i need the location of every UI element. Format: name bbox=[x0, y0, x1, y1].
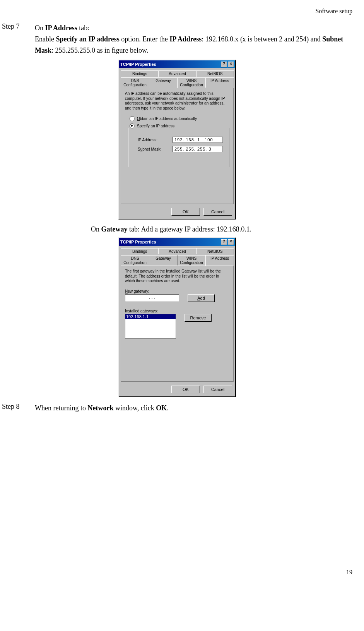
ok-button[interactable]: OK bbox=[171, 208, 200, 216]
tcpip-dialog-gateway: TCP/IP Properties ? × Bindings Advanced … bbox=[118, 237, 236, 397]
tcpip-dialog-ip: TCP/IP Properties ? × Bindings Advanced … bbox=[118, 60, 236, 219]
step-label: Step 7 bbox=[2, 22, 35, 56]
tab-bindings[interactable]: Bindings bbox=[121, 248, 159, 254]
help-text: The first gateway in the Installed Gatew… bbox=[125, 269, 229, 284]
text: : 255.255.255.0 as in figure below. bbox=[51, 46, 148, 54]
installed-row: 192.168.1.1 Remove bbox=[125, 314, 229, 339]
list-item[interactable]: 192.168.1.1 bbox=[125, 314, 176, 319]
text: option. Enter the bbox=[120, 35, 169, 43]
text: tab: bbox=[77, 24, 90, 32]
new-gateway-row: . . . Add bbox=[125, 294, 229, 302]
tabs-back-row: Bindings Advanced NetBIOS bbox=[121, 247, 234, 254]
tab-dns[interactable]: DNS Configuration bbox=[121, 77, 149, 88]
page-number: 19 bbox=[2, 569, 352, 576]
ip-address-label: IP Address: bbox=[138, 138, 173, 142]
text-bold: Gateway bbox=[101, 225, 128, 233]
step-label: Step 8 bbox=[2, 403, 35, 414]
help-text: An IP address can be automatically assig… bbox=[125, 91, 229, 111]
text-bold: IP Address bbox=[169, 35, 202, 43]
ip-address-row: IP Address: 192. 168. 1 . 100 bbox=[138, 137, 225, 143]
new-gateway-input[interactable]: . . . bbox=[125, 294, 179, 302]
text-bold: OK bbox=[156, 404, 167, 412]
tab-advanced[interactable]: Advanced bbox=[158, 70, 196, 77]
tab-ipaddress[interactable]: IP Address bbox=[205, 77, 234, 88]
tab-ipaddress[interactable]: IP Address bbox=[205, 255, 234, 266]
subnet-label: Subnet Mask: bbox=[138, 147, 173, 151]
dialog-buttons: OK Cancel bbox=[119, 206, 235, 219]
text: On bbox=[91, 225, 101, 233]
tab-netbios[interactable]: NetBIOS bbox=[196, 248, 234, 254]
text: When returning to bbox=[35, 404, 87, 412]
text: tab: Add a gateway IP address: 192.168.0… bbox=[127, 225, 251, 233]
subnet-row: Subnet Mask: 255. 255. 255. 0 bbox=[138, 146, 225, 152]
tabs-front-row: DNS Configuration Gateway WINS Configura… bbox=[121, 77, 234, 88]
text-bold: IP Address bbox=[45, 24, 77, 32]
help-icon[interactable]: ? bbox=[221, 239, 227, 245]
tab-gateway[interactable]: Gateway bbox=[149, 77, 178, 88]
new-gateway-label: New gateway: bbox=[125, 289, 229, 293]
step-body: On IP Address tab: Enable Specify an IP … bbox=[35, 22, 352, 56]
text-bold: Specify an IP address bbox=[56, 35, 119, 43]
tab-advanced[interactable]: Advanced bbox=[158, 248, 196, 254]
text: : 192.168.0.x (x is between 2 and 254) a… bbox=[202, 35, 322, 43]
tabs-front-row: DNS Configuration Gateway WINS Configura… bbox=[121, 255, 234, 266]
dialog-buttons: OK Cancel bbox=[119, 383, 235, 396]
subnet-input[interactable]: 255. 255. 255. 0 bbox=[173, 146, 223, 152]
dialog-title: TCP/IP Properties bbox=[120, 62, 156, 67]
dialog-title: TCP/IP Properties bbox=[120, 240, 156, 244]
remove-button[interactable]: Remove bbox=[185, 314, 212, 322]
titlebar[interactable]: TCP/IP Properties ? × bbox=[119, 60, 235, 68]
text-bold: Network bbox=[87, 404, 113, 412]
step-7: Step 7 On IP Address tab: Enable Specify… bbox=[2, 22, 352, 56]
tab-gateway[interactable]: Gateway bbox=[149, 255, 178, 266]
step-body: When returning to Network window, click … bbox=[35, 403, 352, 414]
radio-label: Obtain an IP address automatically bbox=[137, 117, 197, 121]
installed-gateways-label: Installed gateways: bbox=[125, 309, 229, 313]
gateway-caption: On Gateway tab: Add a gateway IP address… bbox=[91, 225, 352, 233]
cancel-button[interactable]: Cancel bbox=[203, 208, 232, 216]
help-icon[interactable]: ? bbox=[221, 62, 227, 67]
page-header: Software setup bbox=[2, 8, 352, 15]
tabs-back-row: Bindings Advanced NetBIOS bbox=[121, 70, 234, 76]
ok-button[interactable]: OK bbox=[171, 386, 200, 393]
tab-dns[interactable]: DNS Configuration bbox=[121, 255, 149, 266]
step-8: Step 8 When returning to Network window,… bbox=[2, 403, 352, 414]
text: window, click bbox=[113, 404, 156, 412]
tab-wins[interactable]: WINS Configuration bbox=[177, 77, 206, 88]
tab-panel: The first gateway in the Installed Gatew… bbox=[121, 266, 234, 382]
tab-bindings[interactable]: Bindings bbox=[121, 70, 159, 77]
radio-icon bbox=[130, 116, 135, 121]
ip-groupbox: IP Address: 192. 168. 1 . 100 Subnet Mas… bbox=[128, 128, 229, 167]
text: . bbox=[167, 404, 169, 412]
cancel-button[interactable]: Cancel bbox=[203, 386, 232, 393]
text: Enable bbox=[35, 35, 56, 43]
text: On bbox=[35, 24, 45, 32]
close-icon[interactable]: × bbox=[228, 239, 234, 245]
radio-obtain-auto[interactable]: Obtain an IP address automatically bbox=[130, 116, 229, 121]
ip-address-input[interactable]: 192. 168. 1 . 100 bbox=[173, 137, 223, 143]
add-button[interactable]: Add bbox=[188, 294, 215, 302]
installed-gateways-list[interactable]: 192.168.1.1 bbox=[125, 314, 176, 339]
close-icon[interactable]: × bbox=[228, 62, 234, 67]
tab-panel: An IP address can be automatically assig… bbox=[121, 88, 234, 204]
tab-wins[interactable]: WINS Configuration bbox=[177, 255, 206, 266]
tab-netbios[interactable]: NetBIOS bbox=[196, 70, 234, 77]
titlebar[interactable]: TCP/IP Properties ? × bbox=[119, 238, 235, 246]
